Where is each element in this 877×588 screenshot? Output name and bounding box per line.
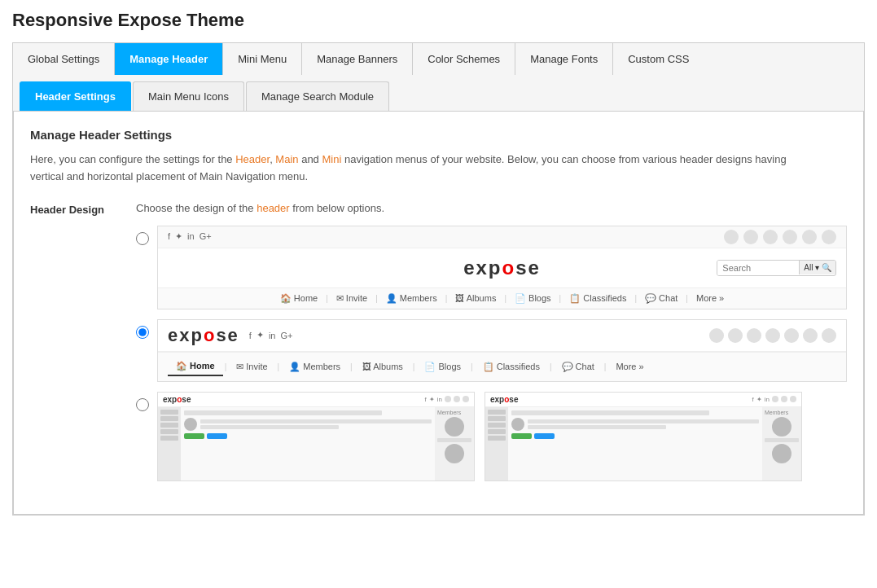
p3-sb-item5 <box>160 436 178 441</box>
p3-content-line1 <box>184 410 382 415</box>
p1-search-bar: All ▾ 🔍 <box>717 260 836 276</box>
p4-icon-in: in <box>765 396 770 403</box>
nav-blogs-1: 📄 Blogs <box>506 293 559 304</box>
p4-main-content <box>508 407 762 480</box>
tab-mini-menu[interactable]: Mini Menu <box>223 43 302 75</box>
p3-sb-item4 <box>160 429 178 434</box>
p2-icon-6 <box>803 328 818 343</box>
p2-right-icons <box>709 328 836 343</box>
p2-social-in: in <box>269 331 276 340</box>
p4-icon-c2 <box>781 396 787 402</box>
p4-sb-item5 <box>488 436 506 441</box>
p2-nav-members: 👤 Members <box>281 358 349 375</box>
p3-icons: f ✦ in <box>425 396 469 403</box>
logo-text-2: se <box>515 257 541 279</box>
design-option-3-4: expose f ✦ in <box>136 392 847 481</box>
highlight-header: Header <box>235 153 270 165</box>
p4-btn1 <box>511 433 532 439</box>
secondary-tabs: Header Settings Main Menu Icons Manage S… <box>13 75 864 112</box>
p4-sb-item4 <box>488 429 506 434</box>
p4-sb-item2 <box>488 416 506 421</box>
p2-sep6: | <box>548 362 554 371</box>
p2-logo-text-1: exp <box>168 325 204 345</box>
p3-btn2 <box>207 433 227 439</box>
social-f: f <box>168 231 170 242</box>
tab-header-settings[interactable]: Header Settings <box>20 81 131 111</box>
p4-content-line1 <box>511 410 709 415</box>
tab-manage-search-module[interactable]: Manage Search Module <box>246 81 389 111</box>
highlight-mini: Mini <box>322 153 341 165</box>
nav-chat-1: 💬 Chat <box>637 293 686 304</box>
p4-icons: f ✦ in <box>752 396 796 403</box>
header-preview-4: expose f ✦ in <box>485 392 802 481</box>
p4-post-row <box>511 418 759 431</box>
p2-icon-1 <box>709 328 724 343</box>
tab-manage-banners[interactable]: Manage Banners <box>302 43 413 75</box>
tab-manage-fonts[interactable]: Manage Fonts <box>515 43 613 75</box>
tab-color-schemes[interactable]: Color Schemes <box>413 43 515 75</box>
p4-sb-item1 <box>488 410 506 415</box>
radio-design-1[interactable] <box>136 232 149 245</box>
tab-custom-css[interactable]: Custom CSS <box>613 43 704 75</box>
header-preview-3: expose f ✦ in <box>157 392 475 481</box>
nav-albums-1: 🖼 Albums <box>447 293 504 303</box>
p4-sb-item3 <box>488 423 506 428</box>
icon-circle-1 <box>724 230 739 244</box>
p4-post-line1 <box>528 419 759 423</box>
p1-top-bar: f ✦ in G+ <box>158 226 846 248</box>
tab-global-settings[interactable]: Global Settings <box>13 43 115 75</box>
p4-btn2 <box>534 433 555 439</box>
p2-nav: 🏠 Home | ✉ Invite | 👤 Members | 🖼 Albums… <box>158 351 846 381</box>
social-g: G+ <box>200 231 212 242</box>
icon-circle-4 <box>783 230 797 244</box>
p3-o: o <box>177 395 182 404</box>
p3-sb-item2 <box>160 416 178 421</box>
p3-icon-c1 <box>445 396 451 402</box>
p1-logo: expose <box>463 257 541 279</box>
p4-avatar <box>511 418 524 431</box>
p4-action-btns <box>511 433 759 439</box>
p2-icon-4 <box>765 328 780 343</box>
p2-social-f: f <box>249 331 252 340</box>
p3-members-label: Members <box>437 410 471 415</box>
p2-logo-social: expose f ✦ in G+ <box>168 325 292 346</box>
section-title: Manage Header Settings <box>30 128 847 142</box>
radio-design-3[interactable] <box>136 398 149 411</box>
design-option-1: f ✦ in G+ <box>136 226 847 309</box>
content-panel: Manage Header Settings Here, you can con… <box>13 112 864 515</box>
header-preview-1: f ✦ in G+ <box>157 226 847 309</box>
tab-main-menu-icons[interactable]: Main Menu Icons <box>133 81 244 111</box>
p4-members-label: Members <box>765 410 799 415</box>
p2-nav-more: More » <box>607 358 651 375</box>
p2-sep4: | <box>411 362 417 371</box>
p1-logo-area: expose All ▾ 🔍 <box>158 248 846 287</box>
p2-nav-chat: 💬 Chat <box>554 358 603 375</box>
field-content: Choose the design of the header from bel… <box>136 202 847 481</box>
primary-tabs: Global Settings Manage Header Mini Menu … <box>12 42 865 75</box>
nav-classifieds-1: 📋 Classifieds <box>561 293 634 304</box>
search-input-preview1[interactable] <box>717 261 799 275</box>
tab-manage-header[interactable]: Manage Header <box>115 43 223 75</box>
radio-design-2[interactable] <box>136 326 149 339</box>
nav-more-1: More » <box>688 293 732 303</box>
p2-sep7: | <box>603 362 608 371</box>
p4-member-avatar1 <box>772 417 791 437</box>
p3-topbar: expose f ✦ in <box>158 393 474 407</box>
logo-o: o <box>502 257 515 279</box>
p4-right-sidebar: Members <box>762 407 801 480</box>
p4-post-line2 <box>528 425 666 429</box>
p3-logo: expose <box>163 395 191 404</box>
p4-icon-f: f <box>752 396 754 403</box>
p4-logo: expose <box>490 395 518 404</box>
icon-circle-3 <box>763 230 778 244</box>
p2-icon-7 <box>822 328 836 343</box>
p2-logo-o: o <box>204 325 216 345</box>
p4-member-line1 <box>765 438 799 442</box>
p2-sep3: | <box>349 362 354 371</box>
p4-post-content <box>528 419 759 429</box>
p4-o: o <box>504 395 509 404</box>
p3-sb-item1 <box>160 410 178 415</box>
social-in: in <box>187 231 195 242</box>
p3-icon-t: ✦ <box>429 396 435 403</box>
p3-post-content <box>200 419 432 429</box>
